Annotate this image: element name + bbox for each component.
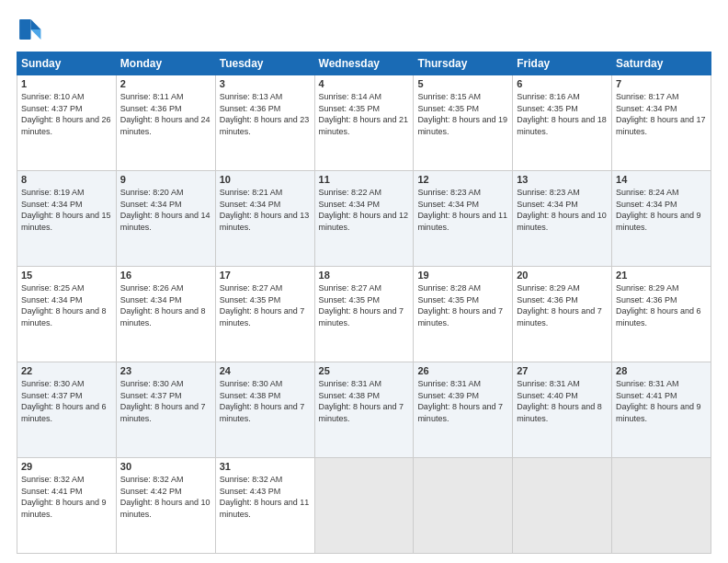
day-number: 23 <box>120 365 211 376</box>
day-number: 24 <box>220 365 311 376</box>
day-number: 3 <box>220 78 311 89</box>
day-info: Sunrise: 8:29 AMSunset: 4:36 PMDaylight:… <box>616 282 707 328</box>
calendar-cell: 3Sunrise: 8:13 AMSunset: 4:36 PMDaylight… <box>215 75 314 171</box>
day-info: Sunrise: 8:16 AMSunset: 4:35 PMDaylight:… <box>517 91 608 137</box>
day-info: Sunrise: 8:23 AMSunset: 4:34 PMDaylight:… <box>517 187 608 233</box>
calendar-cell: 6Sunrise: 8:16 AMSunset: 4:35 PMDaylight… <box>513 75 612 171</box>
calendar-week-row: 1Sunrise: 8:10 AMSunset: 4:37 PMDaylight… <box>17 75 711 171</box>
day-info: Sunrise: 8:31 AMSunset: 4:40 PMDaylight:… <box>517 378 608 424</box>
day-number: 30 <box>120 461 211 472</box>
calendar-cell: 19Sunrise: 8:28 AMSunset: 4:35 PMDayligh… <box>414 267 513 362</box>
day-info: Sunrise: 8:21 AMSunset: 4:34 PMDaylight:… <box>220 187 311 233</box>
day-info: Sunrise: 8:20 AMSunset: 4:34 PMDaylight:… <box>120 187 211 233</box>
day-number: 7 <box>616 78 707 89</box>
day-info: Sunrise: 8:13 AMSunset: 4:36 PMDaylight:… <box>220 91 311 137</box>
calendar-cell <box>414 458 513 554</box>
day-info: Sunrise: 8:32 AMSunset: 4:41 PMDaylight:… <box>21 474 112 520</box>
day-info: Sunrise: 8:25 AMSunset: 4:34 PMDaylight:… <box>21 282 112 328</box>
day-number: 22 <box>21 365 112 376</box>
calendar-cell <box>612 458 711 554</box>
calendar-cell: 23Sunrise: 8:30 AMSunset: 4:37 PMDayligh… <box>116 362 215 458</box>
day-info: Sunrise: 8:22 AMSunset: 4:34 PMDaylight:… <box>319 187 410 233</box>
calendar-week-row: 15Sunrise: 8:25 AMSunset: 4:34 PMDayligh… <box>17 267 711 362</box>
calendar-cell: 29Sunrise: 8:32 AMSunset: 4:41 PMDayligh… <box>17 458 117 554</box>
day-info: Sunrise: 8:31 AMSunset: 4:38 PMDaylight:… <box>319 378 410 424</box>
day-number: 1 <box>21 78 112 89</box>
calendar-cell: 31Sunrise: 8:32 AMSunset: 4:43 PMDayligh… <box>215 458 314 554</box>
calendar-cell <box>513 458 612 554</box>
day-number: 18 <box>319 270 410 281</box>
day-number: 5 <box>417 78 508 89</box>
calendar-cell: 5Sunrise: 8:15 AMSunset: 4:35 PMDaylight… <box>414 75 513 171</box>
calendar-cell: 25Sunrise: 8:31 AMSunset: 4:38 PMDayligh… <box>314 362 414 458</box>
page: SundayMondayTuesdayWednesdayThursdayFrid… <box>0 0 728 563</box>
calendar-cell: 22Sunrise: 8:30 AMSunset: 4:37 PMDayligh… <box>17 362 117 458</box>
weekday-header-tuesday: Tuesday <box>215 52 314 75</box>
weekday-header-thursday: Thursday <box>414 52 513 75</box>
calendar-cell: 9Sunrise: 8:20 AMSunset: 4:34 PMDaylight… <box>116 171 215 267</box>
day-info: Sunrise: 8:32 AMSunset: 4:42 PMDaylight:… <box>120 474 211 520</box>
day-info: Sunrise: 8:11 AMSunset: 4:36 PMDaylight:… <box>120 91 211 137</box>
day-number: 25 <box>319 365 410 376</box>
calendar-cell: 7Sunrise: 8:17 AMSunset: 4:34 PMDaylight… <box>612 75 711 171</box>
calendar-cell: 20Sunrise: 8:29 AMSunset: 4:36 PMDayligh… <box>513 267 612 362</box>
calendar-table: SundayMondayTuesdayWednesdayThursdayFrid… <box>17 52 711 554</box>
day-info: Sunrise: 8:30 AMSunset: 4:37 PMDaylight:… <box>120 378 211 424</box>
weekday-header-sunday: Sunday <box>17 52 117 75</box>
day-info: Sunrise: 8:28 AMSunset: 4:35 PMDaylight:… <box>417 282 508 328</box>
day-number: 13 <box>517 174 608 185</box>
day-info: Sunrise: 8:31 AMSunset: 4:41 PMDaylight:… <box>616 378 707 424</box>
day-info: Sunrise: 8:15 AMSunset: 4:35 PMDaylight:… <box>417 91 508 137</box>
day-number: 17 <box>220 270 311 281</box>
logo <box>17 17 46 42</box>
calendar-week-row: 8Sunrise: 8:19 AMSunset: 4:34 PMDaylight… <box>17 171 711 267</box>
weekday-header-saturday: Saturday <box>612 52 711 75</box>
calendar-cell: 13Sunrise: 8:23 AMSunset: 4:34 PMDayligh… <box>513 171 612 267</box>
weekday-header-monday: Monday <box>116 52 215 75</box>
day-info: Sunrise: 8:27 AMSunset: 4:35 PMDaylight:… <box>319 282 410 328</box>
calendar-week-row: 22Sunrise: 8:30 AMSunset: 4:37 PMDayligh… <box>17 362 711 458</box>
day-number: 21 <box>616 270 707 281</box>
day-number: 14 <box>616 174 707 185</box>
day-number: 6 <box>517 78 608 89</box>
day-number: 9 <box>120 174 211 185</box>
svg-marker-0 <box>31 19 41 29</box>
day-number: 31 <box>220 461 311 472</box>
day-info: Sunrise: 8:31 AMSunset: 4:39 PMDaylight:… <box>417 378 508 424</box>
calendar-cell: 10Sunrise: 8:21 AMSunset: 4:34 PMDayligh… <box>215 171 314 267</box>
day-number: 20 <box>517 270 608 281</box>
calendar-cell: 27Sunrise: 8:31 AMSunset: 4:40 PMDayligh… <box>513 362 612 458</box>
day-number: 28 <box>616 365 707 376</box>
day-info: Sunrise: 8:30 AMSunset: 4:37 PMDaylight:… <box>21 378 112 424</box>
calendar-cell: 21Sunrise: 8:29 AMSunset: 4:36 PMDayligh… <box>612 267 711 362</box>
day-info: Sunrise: 8:14 AMSunset: 4:35 PMDaylight:… <box>319 91 410 137</box>
day-number: 19 <box>417 270 508 281</box>
calendar-cell: 12Sunrise: 8:23 AMSunset: 4:34 PMDayligh… <box>414 171 513 267</box>
day-number: 11 <box>319 174 410 185</box>
calendar-cell: 2Sunrise: 8:11 AMSunset: 4:36 PMDaylight… <box>116 75 215 171</box>
day-info: Sunrise: 8:19 AMSunset: 4:34 PMDaylight:… <box>21 187 112 233</box>
day-number: 12 <box>417 174 508 185</box>
day-number: 8 <box>21 174 112 185</box>
day-number: 15 <box>21 270 112 281</box>
header <box>17 17 711 42</box>
calendar-week-row: 29Sunrise: 8:32 AMSunset: 4:41 PMDayligh… <box>17 458 711 554</box>
weekday-header-wednesday: Wednesday <box>314 52 414 75</box>
day-info: Sunrise: 8:27 AMSunset: 4:35 PMDaylight:… <box>220 282 311 328</box>
calendar-cell: 8Sunrise: 8:19 AMSunset: 4:34 PMDaylight… <box>17 171 117 267</box>
day-info: Sunrise: 8:10 AMSunset: 4:37 PMDaylight:… <box>21 91 112 137</box>
calendar-cell <box>314 458 414 554</box>
day-number: 4 <box>319 78 410 89</box>
day-info: Sunrise: 8:23 AMSunset: 4:34 PMDaylight:… <box>417 187 508 233</box>
day-info: Sunrise: 8:32 AMSunset: 4:43 PMDaylight:… <box>220 474 311 520</box>
weekday-header-row: SundayMondayTuesdayWednesdayThursdayFrid… <box>17 52 711 75</box>
day-number: 2 <box>120 78 211 89</box>
calendar-cell: 17Sunrise: 8:27 AMSunset: 4:35 PMDayligh… <box>215 267 314 362</box>
calendar-cell: 16Sunrise: 8:26 AMSunset: 4:34 PMDayligh… <box>116 267 215 362</box>
calendar-cell: 14Sunrise: 8:24 AMSunset: 4:34 PMDayligh… <box>612 171 711 267</box>
weekday-header-friday: Friday <box>513 52 612 75</box>
day-info: Sunrise: 8:30 AMSunset: 4:38 PMDaylight:… <box>220 378 311 424</box>
calendar-cell: 4Sunrise: 8:14 AMSunset: 4:35 PMDaylight… <box>314 75 414 171</box>
day-number: 29 <box>21 461 112 472</box>
day-number: 16 <box>120 270 211 281</box>
